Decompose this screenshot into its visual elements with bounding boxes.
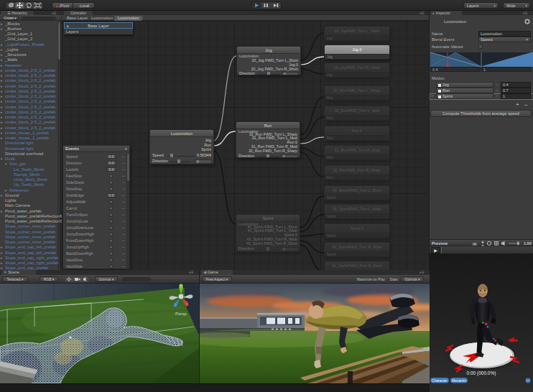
svg-text:Mecanim: Mecanim: [452, 378, 466, 383]
svg-text:Persp: Persp: [175, 312, 187, 316]
svg-text:0:00 (000.0%): 0:00 (000.0%): [467, 370, 496, 376]
svg-text:IK: IK: [473, 242, 478, 246]
svg-text:Character: Character: [432, 378, 448, 383]
